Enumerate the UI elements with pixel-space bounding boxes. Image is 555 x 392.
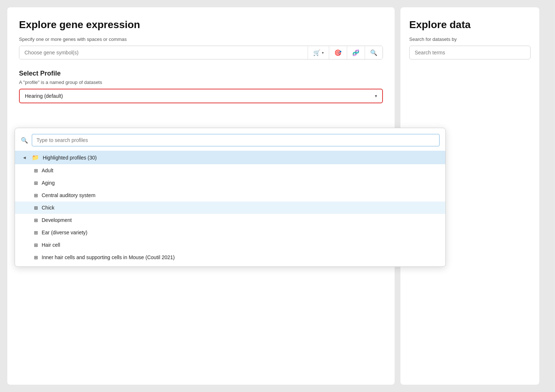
search-icon: 🔍 [370, 49, 377, 56]
right-panel-subtitle: Search for datasets by [409, 36, 531, 42]
item-label: Development [42, 217, 72, 223]
gene-symbol-input[interactable] [19, 46, 308, 59]
item-label: Inner hair cells and supporting cells in… [42, 254, 175, 260]
cart-icon: 🛒 [313, 49, 320, 56]
item-label: Aging [42, 180, 55, 186]
item-label: Adult [42, 168, 53, 173]
select-profile-title: Select Profile [19, 70, 383, 77]
dropdown-search-icon: 🔍 [21, 137, 28, 144]
profile-current-label: Hearing (default) [25, 93, 375, 99]
target-icon: 🎯 [334, 49, 342, 56]
dropdown-item-inner-hair[interactable]: ⊞ Inner hair cells and supporting cells … [15, 251, 445, 264]
search-terms-input[interactable] [409, 46, 531, 59]
dropdown-item-hair-cell[interactable]: ⊞ Hair cell [15, 239, 445, 251]
dropdown-search-row: 🔍 [15, 134, 445, 151]
dropdown-item-chick[interactable]: ⊞ Chick [15, 201, 445, 214]
grid-icon: ⊞ [34, 242, 38, 248]
item-label: Chick [42, 205, 54, 211]
cart-button[interactable]: 🛒 ▾ [308, 46, 329, 59]
grid-icon: ⊞ [34, 168, 38, 173]
right-panel-title: Explore data [409, 19, 531, 31]
group-label: Highlighted profiles (30) [43, 155, 97, 161]
item-label: Hair cell [42, 242, 60, 248]
dropdown-item-aging[interactable]: ⊞ Aging [15, 177, 445, 189]
collapse-arrow-icon: ◄ [22, 155, 27, 160]
search-gene-button[interactable]: 🔍 [365, 46, 383, 59]
dna-button[interactable]: 🧬 [347, 46, 365, 59]
dna-icon: 🧬 [352, 49, 360, 56]
grid-icon: ⊞ [34, 205, 38, 211]
grid-icon: ⊞ [34, 218, 38, 223]
select-profile-desc: A "profile" is a named group of datasets [19, 80, 383, 85]
target-button[interactable]: 🎯 [329, 46, 347, 59]
gene-subtitle: Specify one or more genes with spaces or… [19, 36, 383, 42]
gene-input-row: 🛒 ▾ 🎯 🧬 🔍 [19, 46, 383, 59]
page-layout: Explore gene expression Specify one or m… [0, 0, 555, 392]
profile-dropdown-trigger[interactable]: Hearing (default) ▾ [19, 89, 383, 103]
grid-icon: ⊞ [34, 180, 38, 186]
dropdown-item-development[interactable]: ⊞ Development [15, 214, 445, 226]
dropdown-item-ear-diverse[interactable]: ⊞ Ear (diverse variety) [15, 226, 445, 239]
grid-icon: ⊞ [34, 230, 38, 235]
profile-dropdown-panel: 🔍 ◄ 📁 Highlighted profiles (30) ⊞ Adult [15, 128, 446, 267]
cart-caret-icon: ▾ [322, 51, 324, 55]
dropdown-item-adult[interactable]: ⊞ Adult [15, 164, 445, 177]
dropdown-item-central-auditory[interactable]: ⊞ Central auditory system [15, 189, 445, 201]
dropdown-group-highlighted[interactable]: ◄ 📁 Highlighted profiles (30) [15, 151, 445, 164]
profile-search-input[interactable] [32, 134, 440, 146]
item-label: Central auditory system [42, 192, 95, 198]
item-label: Ear (diverse variety) [42, 230, 87, 235]
panel-title: Explore gene expression [19, 19, 383, 31]
left-panel: Explore gene expression Specify one or m… [7, 7, 395, 385]
folder-icon: 📁 [32, 154, 39, 161]
profile-caret-icon: ▾ [375, 93, 377, 99]
profile-dropdown-list: ◄ 📁 Highlighted profiles (30) ⊞ Adult ⊞ … [15, 151, 445, 264]
grid-icon: ⊞ [34, 193, 38, 198]
grid-icon: ⊞ [34, 255, 38, 260]
